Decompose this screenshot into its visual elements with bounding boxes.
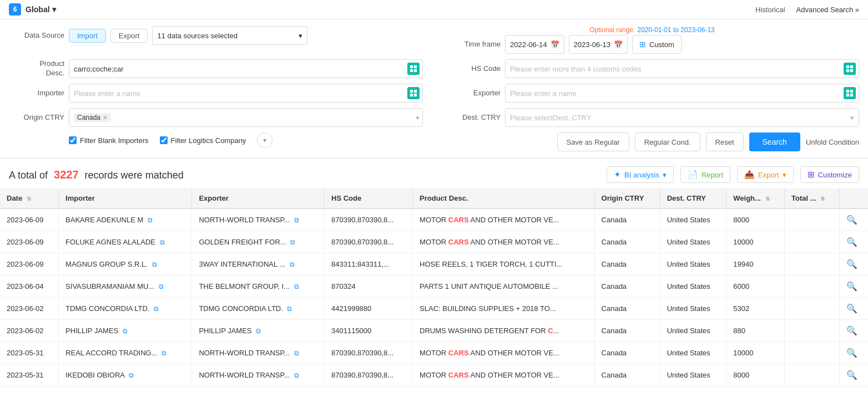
copy-icon[interactable]: ⧉ bbox=[152, 261, 157, 268]
copy-icon[interactable]: ⧉ bbox=[294, 371, 299, 379]
customize-button[interactable]: ⊞ Customize bbox=[800, 166, 859, 183]
blank-importers-check[interactable] bbox=[69, 136, 77, 144]
copy-icon[interactable]: ⧉ bbox=[160, 238, 165, 246]
save-regular-button[interactable]: Save as Regular bbox=[557, 132, 629, 151]
cell-action: 🔍 bbox=[839, 320, 868, 342]
hscode-label: HS Code bbox=[445, 64, 501, 74]
importer-icon-btn[interactable] bbox=[407, 87, 420, 99]
chevron-down-icon: ▾ bbox=[52, 5, 56, 14]
copy-icon[interactable]: ⧉ bbox=[290, 238, 295, 246]
copy-icon[interactable]: ⧉ bbox=[287, 305, 292, 313]
copy-icon[interactable]: ⧉ bbox=[154, 305, 159, 313]
cell-importer: PHILLIP JAMES ⧉ bbox=[59, 320, 192, 342]
tag-close-icon[interactable]: ✕ bbox=[103, 114, 108, 121]
col-exporter[interactable]: Exporter bbox=[192, 188, 325, 208]
logistics-check[interactable] bbox=[160, 136, 168, 144]
cell-date: 2023-06-09 bbox=[0, 208, 59, 231]
collapse-button[interactable]: ▾ bbox=[257, 132, 272, 148]
col-weight[interactable]: Weigh... ⇅ bbox=[726, 188, 785, 208]
cell-hscode: 870324 bbox=[325, 276, 413, 298]
filter-logistics-checkbox[interactable]: Filter Logitics Company bbox=[160, 136, 246, 145]
dest-ctry-select[interactable]: Please selectDest. CTRY ▾ bbox=[505, 108, 859, 127]
cell-weight: 8000 bbox=[726, 364, 785, 386]
filter-blank-importers-checkbox[interactable]: Filter Blank Importers bbox=[69, 136, 149, 145]
copy-icon[interactable]: ⧉ bbox=[162, 349, 166, 357]
search-button[interactable]: Search bbox=[749, 132, 800, 151]
cell-exporter: GOLDEN FREIGHT FOR... ⧉ bbox=[192, 231, 325, 253]
advanced-search-link[interactable]: Advanced Search » bbox=[796, 6, 859, 14]
unfold-condition[interactable]: Unfold Condition bbox=[806, 138, 859, 146]
cell-weight: 19940 bbox=[726, 253, 785, 276]
row-search-icon[interactable]: 🔍 bbox=[846, 304, 857, 313]
reset-button[interactable]: Reset bbox=[706, 132, 744, 151]
cell-weight: 8000 bbox=[726, 208, 785, 231]
cell-action: 🔍 bbox=[839, 298, 868, 320]
col-origin[interactable]: Origin CTRY bbox=[594, 188, 660, 208]
copy-icon[interactable]: ⧉ bbox=[294, 283, 299, 290]
copy-icon[interactable]: ⧉ bbox=[294, 216, 299, 224]
report-button[interactable]: 📄 Report bbox=[680, 166, 730, 183]
importer-input[interactable] bbox=[69, 84, 423, 103]
copy-icon[interactable]: ⧉ bbox=[159, 283, 164, 290]
col-date[interactable]: Date ⇅ bbox=[0, 188, 59, 208]
svg-rect-15 bbox=[850, 94, 853, 96]
row-search-icon[interactable]: 🔍 bbox=[846, 259, 857, 269]
copy-icon[interactable]: ⧉ bbox=[256, 327, 261, 335]
global-selector[interactable]: Global ▾ bbox=[26, 5, 56, 14]
export-icon: 📤 bbox=[744, 170, 755, 180]
exporter-label: Exporter bbox=[445, 89, 501, 98]
col-actions bbox=[839, 188, 868, 208]
results-count: A total of 3227 records were matched bbox=[9, 169, 184, 181]
cell-dest: United States bbox=[660, 298, 726, 320]
historical-link[interactable]: Historical bbox=[755, 6, 785, 14]
col-total[interactable]: Total ... ⇅ bbox=[784, 188, 839, 208]
bi-icon: ✦ bbox=[614, 170, 621, 180]
custom-button[interactable]: ⊞ Custom bbox=[632, 35, 682, 54]
col-product[interactable]: Product Desc. bbox=[413, 188, 594, 208]
svg-rect-8 bbox=[410, 90, 413, 93]
date-to-input[interactable]: 2023-06-13 📅 bbox=[569, 35, 628, 54]
exporter-icon-btn[interactable] bbox=[844, 87, 856, 99]
row-search-icon[interactable]: 🔍 bbox=[846, 370, 857, 380]
table-row: 2023-06-09 BAKARE ADEKUNLE M ⧉ NORTH-WOR… bbox=[0, 208, 868, 231]
row-search-icon[interactable]: 🔍 bbox=[846, 326, 857, 335]
cell-hscode: 870390,870390,8... bbox=[325, 364, 413, 386]
svg-rect-10 bbox=[410, 94, 413, 96]
svg-rect-14 bbox=[846, 94, 849, 96]
datasource-select[interactable]: 11 data sources selected ▾ bbox=[152, 26, 307, 45]
regular-cond-button[interactable]: Regular Cond. bbox=[635, 132, 700, 151]
origin-ctry-input[interactable]: Canada ✕ ▾ bbox=[69, 108, 423, 127]
row-search-icon[interactable]: 🔍 bbox=[846, 348, 857, 358]
bi-analysis-button[interactable]: ✦ BI analysis ▾ bbox=[607, 166, 674, 183]
optional-range: Optional range: 2020-01-01 to 2023-06-13 bbox=[445, 26, 859, 34]
export-button[interactable]: 📤 Export ▾ bbox=[737, 166, 794, 183]
row-search-icon[interactable]: 🔍 bbox=[846, 215, 857, 225]
row-search-icon[interactable]: 🔍 bbox=[846, 237, 857, 247]
svg-rect-12 bbox=[846, 90, 849, 93]
product-input[interactable]: carro;coche;car bbox=[69, 59, 423, 78]
cell-product: MOTOR CARS AND OTHER MOTOR VE... bbox=[413, 208, 594, 231]
top-bar: 6 Global ▾ Historical Advanced Search » bbox=[0, 0, 868, 19]
col-dest[interactable]: Dest. CTRY bbox=[660, 188, 726, 208]
export-tab[interactable]: Export bbox=[110, 29, 148, 43]
col-hscode[interactable]: HS Code bbox=[325, 188, 413, 208]
copy-icon[interactable]: ⧉ bbox=[123, 327, 128, 335]
copy-icon[interactable]: ⧉ bbox=[129, 371, 134, 379]
row-search-icon[interactable]: 🔍 bbox=[846, 282, 857, 291]
hscode-icon-btn[interactable] bbox=[844, 63, 856, 75]
product-input-wrapper: carro;coche;car bbox=[69, 59, 423, 78]
date-from-input[interactable]: 2022-06-14 📅 bbox=[505, 35, 564, 54]
cell-date: 2023-06-02 bbox=[0, 320, 59, 342]
product-icon-btn[interactable] bbox=[407, 63, 420, 75]
cell-product: SLAC: BUILDING SUPPLIES + 2018 TO... bbox=[413, 298, 594, 320]
hscode-input[interactable] bbox=[505, 59, 859, 78]
exporter-input-wrapper bbox=[505, 84, 859, 103]
copy-icon[interactable]: ⧉ bbox=[294, 349, 299, 357]
cell-hscode: 870390,870390,8... bbox=[325, 208, 413, 231]
exporter-input[interactable] bbox=[505, 84, 859, 103]
copy-icon[interactable]: ⧉ bbox=[148, 216, 153, 224]
col-importer[interactable]: Importer bbox=[59, 188, 192, 208]
copy-icon[interactable]: ⧉ bbox=[290, 261, 295, 268]
canada-tag: Canada ✕ bbox=[74, 113, 111, 122]
import-tab[interactable]: Import bbox=[69, 29, 106, 43]
